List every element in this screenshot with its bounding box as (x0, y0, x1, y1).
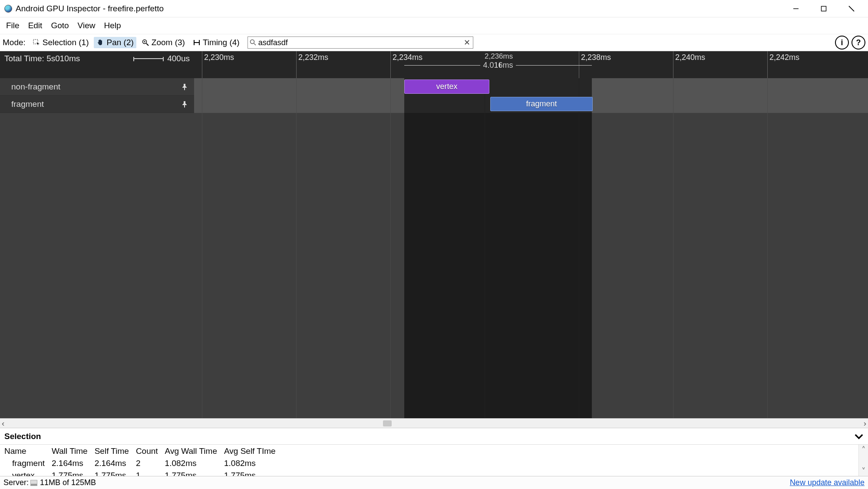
search-input[interactable] (258, 37, 463, 48)
scale-unit-label: 400us (167, 54, 190, 63)
track-row[interactable]: non-fragment vertex (0, 78, 868, 96)
pan-icon (96, 39, 104, 46)
server-label: Server: (3, 478, 29, 487)
search-box[interactable]: ✕ (248, 36, 473, 49)
window-buttons (782, 0, 865, 17)
table-row[interactable]: vertex 1.775ms 1.775ms 1 1.775ms 1.775ms (3, 470, 280, 476)
trace-slice-fragment[interactable]: fragment (490, 97, 593, 111)
minimize-button[interactable] (782, 0, 810, 17)
horizontal-scrollbar[interactable]: ‹ › (0, 418, 868, 428)
info-button[interactable]: i (835, 36, 849, 50)
zoom-icon (142, 39, 149, 46)
svg-point-12 (250, 40, 254, 44)
menu-help[interactable]: Help (100, 19, 124, 32)
app-window: Android GPU Inspector - freefire.perfett… (0, 0, 868, 489)
mode-zoom-button[interactable]: Zoom (3) (139, 37, 188, 48)
table-row[interactable]: fragment 2.164ms 2.164ms 2 1.082ms 1.082… (3, 458, 280, 469)
vertical-scrollbar[interactable]: ˄ ˅ (858, 445, 868, 476)
selection-panel: Selection Name Wall Time Self Time Count… (0, 428, 868, 476)
scroll-up-icon[interactable]: ˄ (861, 445, 866, 455)
toolbar: Mode: Selection (1) Pan (2) Zoom (3) Tim… (0, 34, 868, 51)
timing-icon (193, 39, 201, 46)
mode-timing-button[interactable]: Timing (4) (190, 37, 242, 48)
track-name: non-fragment (11, 82, 60, 92)
total-time-label: Total Time: 5s010ms (4, 54, 80, 63)
window-title: Android GPU Inspector - freefire.perfett… (16, 4, 164, 13)
selection-title: Selection (4, 432, 41, 441)
mode-selection-label: Selection (1) (43, 38, 89, 47)
statusbar: Server: 11MB of 125MB New update availab… (0, 476, 868, 489)
app-icon (4, 5, 12, 13)
menu-file[interactable]: File (3, 19, 23, 32)
selection-icon (33, 39, 40, 46)
range-center-label: 2,236ms (485, 52, 513, 61)
search-clear-icon[interactable]: ✕ (463, 38, 471, 47)
mode-selection-button[interactable]: Selection (1) (30, 37, 92, 48)
tracks-area[interactable]: non-fragment vertex fragment fragment (0, 78, 868, 418)
selection-range-indicator: 4.016ms (404, 62, 592, 69)
trace-slice-vertex[interactable]: vertex (404, 79, 489, 94)
close-button[interactable] (838, 0, 865, 17)
mode-timing-label: Timing (4) (203, 38, 240, 47)
range-duration-label: 4.016ms (480, 61, 515, 70)
menu-goto[interactable]: Goto (47, 19, 72, 32)
table-header-row: Name Wall Time Self Time Count Avg Wall … (3, 446, 280, 457)
svg-line-6 (146, 43, 149, 46)
menu-view[interactable]: View (74, 19, 99, 32)
help-button[interactable]: ? (851, 36, 865, 50)
menu-edit[interactable]: Edit (25, 19, 46, 32)
svg-line-13 (254, 43, 256, 45)
pin-icon[interactable] (181, 101, 188, 108)
mode-pan-label: Pan (2) (106, 38, 133, 47)
mode-zoom-label: Zoom (3) (152, 38, 185, 47)
scroll-right-icon[interactable]: › (864, 419, 866, 428)
ruler-ticks: 2,230ms 2,232ms 2,234ms 2,238ms 2,240ms … (194, 51, 868, 78)
update-available-link[interactable]: New update available (790, 478, 865, 487)
svg-line-3 (849, 6, 854, 11)
trace-view[interactable]: Total Time: 5s010ms 400us 2,230ms 2,232m… (0, 51, 868, 418)
search-icon (250, 39, 257, 46)
svg-rect-1 (822, 6, 826, 11)
maximize-button[interactable] (810, 0, 838, 17)
memory-usage: 11MB of 125MB (40, 478, 96, 487)
pin-icon[interactable] (181, 83, 188, 90)
selected-time-region (404, 78, 592, 418)
scroll-down-icon[interactable]: ˅ (861, 466, 866, 476)
selection-table: Name Wall Time Self Time Count Avg Wall … (0, 445, 281, 476)
track-name: fragment (11, 99, 44, 109)
track-row[interactable]: fragment fragment (0, 96, 868, 113)
titlebar: Android GPU Inspector - freefire.perfett… (0, 0, 868, 17)
menubar: File Edit Goto View Help (0, 17, 868, 34)
mode-pan-button[interactable]: Pan (2) (94, 37, 136, 48)
collapse-panel-button[interactable] (854, 432, 864, 441)
mode-label: Mode: (3, 38, 26, 47)
memory-meter-icon (30, 480, 37, 486)
scroll-left-icon[interactable]: ‹ (2, 419, 4, 428)
time-ruler[interactable]: Total Time: 5s010ms 400us 2,230ms 2,232m… (0, 51, 868, 78)
scroll-thumb[interactable] (383, 420, 392, 426)
